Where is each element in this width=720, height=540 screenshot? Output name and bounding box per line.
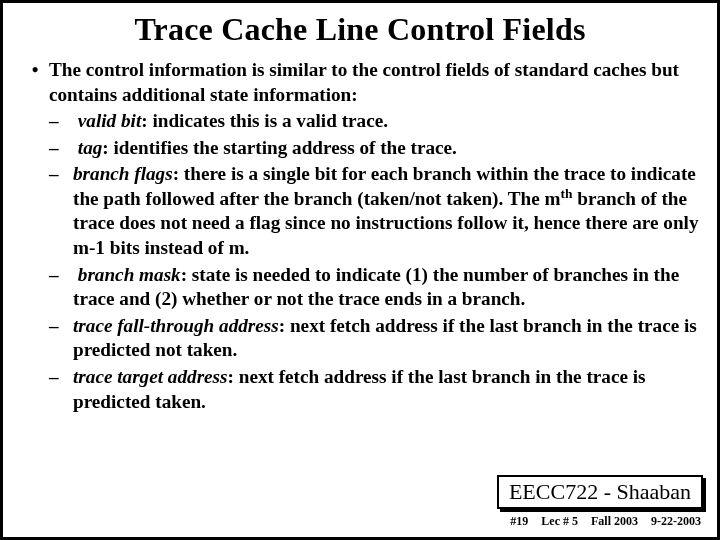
top-bullet: • The control information is similar to … (21, 58, 699, 107)
lecture-number: Lec # 5 (541, 514, 578, 528)
slide-title: Trace Cache Line Control Fields (21, 11, 699, 48)
slide-body: • The control information is similar to … (21, 58, 699, 414)
desc: : identifies the starting address of the… (102, 137, 457, 158)
term: branch mask (78, 264, 181, 285)
term: tag (78, 137, 103, 158)
dash-icon: – (49, 314, 73, 363)
slide-frame: Trace Cache Line Control Fields • The co… (0, 0, 720, 540)
list-item: – trace target address: next fetch addre… (49, 365, 699, 414)
desc: : indicates this is a valid trace. (141, 110, 388, 131)
footer-box: EECC722 - Shaaban (497, 475, 703, 509)
dash-icon: – (49, 263, 73, 312)
dash-icon: – (49, 109, 73, 134)
date-label: 9-22-2003 (651, 514, 701, 528)
intro-text: The control information is similar to th… (49, 58, 699, 107)
list-item: – tag: identifies the starting address o… (49, 136, 699, 161)
sub-list: – valid bit: indicates this is a valid t… (21, 109, 699, 414)
dash-icon: – (49, 162, 73, 260)
term: trace fall-through address (73, 315, 279, 336)
bullet-dot-icon: • (21, 58, 49, 107)
slide-number: #19 (510, 514, 528, 528)
footer-line: #19 Lec # 5 Fall 2003 9-22-2003 (500, 514, 701, 529)
term: branch flags (73, 163, 173, 184)
list-item: – branch flags: there is a single bit fo… (49, 162, 699, 260)
dash-icon: – (49, 365, 73, 414)
term: trace target address (73, 366, 228, 387)
list-item: – valid bit: indicates this is a valid t… (49, 109, 699, 134)
list-item: – trace fall-through address: next fetch… (49, 314, 699, 363)
term-label: Fall 2003 (591, 514, 638, 528)
term: valid bit (78, 110, 141, 131)
dash-icon: – (49, 136, 73, 161)
list-item: – branch mask: state is needed to indica… (49, 263, 699, 312)
